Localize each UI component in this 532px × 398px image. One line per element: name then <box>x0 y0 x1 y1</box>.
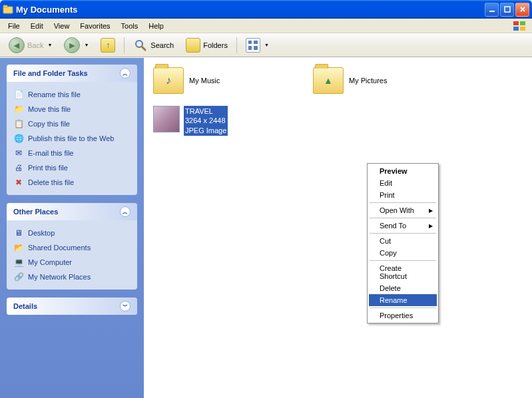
separator <box>370 307 436 308</box>
computer-icon: 💻 <box>13 257 24 268</box>
panel-title: Details <box>13 302 37 310</box>
views-icon <box>246 38 260 53</box>
separator <box>370 218 436 218</box>
pictures-folder-icon: ▲ <box>313 67 344 94</box>
file-travel[interactable]: TRAVEL 3264 x 2448 JPEG Image <box>153 106 523 136</box>
file-label-selected: TRAVEL 3264 x 2448 JPEG Image <box>184 106 228 136</box>
task-email[interactable]: ✉E-mail this file <box>13 146 131 160</box>
panel-file-tasks: File and Folder Tasks ︽ 📄Rename this fil… <box>7 65 137 195</box>
menu-edit[interactable]: Edit <box>25 21 49 31</box>
music-folder-icon: ♪ <box>153 67 184 94</box>
separator <box>124 37 125 53</box>
back-button[interactable]: ◄ Back ▼ <box>4 34 57 57</box>
menu-view[interactable]: View <box>49 21 75 31</box>
svg-rect-1 <box>3 5 7 7</box>
window-title: My Documents <box>16 5 485 15</box>
up-folder-icon: ↑ <box>101 38 115 53</box>
task-publish[interactable]: 🌐Publish this file to the Web <box>13 131 131 146</box>
desktop-icon: 🖥 <box>13 228 24 238</box>
task-copy[interactable]: 📋Copy this file <box>13 116 131 131</box>
image-thumbnail-icon <box>153 106 180 132</box>
context-menu-item[interactable]: Cut <box>369 235 437 247</box>
rename-icon: 📄 <box>13 89 24 100</box>
context-menu-item[interactable]: Send To▶ <box>369 220 437 232</box>
email-icon: ✉ <box>13 148 24 158</box>
collapse-icon[interactable]: ︽ <box>120 68 131 79</box>
menu-help[interactable]: Help <box>143 21 169 31</box>
publish-icon: 🌐 <box>13 133 24 144</box>
close-button[interactable] <box>515 3 529 17</box>
context-menu-item[interactable]: Print <box>369 189 437 201</box>
svg-rect-4 <box>513 21 519 25</box>
sidebar: File and Folder Tasks ︽ 📄Rename this fil… <box>0 58 144 398</box>
svg-rect-7 <box>520 27 525 31</box>
svg-line-9 <box>142 47 145 50</box>
forward-button[interactable]: ► ▼ <box>59 34 93 57</box>
place-computer[interactable]: 💻My Computer <box>13 255 131 270</box>
panel-header[interactable]: Details ︾ <box>7 298 137 315</box>
task-move[interactable]: 📁Move this file <box>13 102 131 116</box>
folder-my-pictures[interactable]: ▲ My Pictures <box>313 67 446 94</box>
context-menu-item[interactable]: Properties <box>369 309 437 321</box>
windows-logo-icon <box>509 19 529 33</box>
up-button[interactable]: ↑ <box>96 35 120 56</box>
maximize-button[interactable] <box>500 3 514 17</box>
menu-favorites[interactable]: Favorites <box>75 21 115 31</box>
shared-icon: 📂 <box>13 242 24 253</box>
place-network[interactable]: 🔗My Network Places <box>13 270 131 284</box>
context-menu-item[interactable]: Create Shortcut <box>369 262 437 282</box>
menu-tools[interactable]: Tools <box>116 21 144 31</box>
place-desktop[interactable]: 🖥Desktop <box>13 226 131 240</box>
folders-button[interactable]: Folders <box>181 35 232 56</box>
svg-rect-6 <box>513 27 519 31</box>
context-menu-item[interactable]: Copy <box>369 247 437 259</box>
panel-title: Other Places <box>13 208 58 216</box>
folder-my-music[interactable]: ♪ My Music <box>153 67 286 94</box>
context-menu-item[interactable]: Preview <box>369 165 437 177</box>
panel-header[interactable]: File and Folder Tasks ︽ <box>7 65 137 82</box>
submenu-arrow-icon: ▶ <box>429 223 433 229</box>
folder-label: My Music <box>189 77 220 85</box>
search-label: Search <box>150 41 174 49</box>
task-rename[interactable]: 📄Rename this file <box>13 87 131 102</box>
main-area: File and Folder Tasks ︽ 📄Rename this fil… <box>0 57 532 398</box>
context-menu: PreviewEditPrintOpen With▶Send To▶CutCop… <box>367 163 439 323</box>
panel-title: File and Folder Tasks <box>13 69 88 77</box>
collapse-icon[interactable]: ︽ <box>120 206 131 217</box>
folder-label: My Pictures <box>349 77 387 85</box>
expand-icon[interactable]: ︾ <box>120 301 131 311</box>
toolbar: ◄ Back ▼ ► ▼ ↑ Search Folders ▼ <box>0 33 532 57</box>
separator <box>370 233 436 234</box>
minimize-button[interactable] <box>485 3 499 17</box>
views-button[interactable]: ▼ <box>241 35 274 56</box>
search-icon <box>133 38 148 53</box>
network-icon: 🔗 <box>13 272 24 282</box>
menubar: File Edit View Favorites Tools Help <box>0 19 532 33</box>
place-shared[interactable]: 📂Shared Documents <box>13 240 131 255</box>
task-print[interactable]: 🖨Print this file <box>13 160 131 175</box>
context-menu-item[interactable]: Rename <box>369 294 437 306</box>
panel-header[interactable]: Other Places ︽ <box>7 203 137 220</box>
chevron-down-icon: ▼ <box>47 43 52 47</box>
chevron-down-icon: ▼ <box>264 43 269 47</box>
task-delete[interactable]: ✖Delete this file <box>13 175 131 190</box>
back-label: Back <box>27 41 43 49</box>
context-menu-item[interactable]: Open With▶ <box>369 204 437 216</box>
folders-label: Folders <box>203 41 228 49</box>
context-menu-item[interactable]: Edit <box>369 177 437 189</box>
folder-icon <box>3 4 13 15</box>
svg-rect-3 <box>505 7 510 12</box>
menu-file[interactable]: File <box>3 21 25 31</box>
search-button[interactable]: Search <box>129 35 178 56</box>
folders-icon <box>186 38 200 53</box>
forward-icon: ► <box>64 37 80 53</box>
back-icon: ◄ <box>9 37 25 53</box>
panel-other-places: Other Places ︽ 🖥Desktop 📂Shared Document… <box>7 203 137 290</box>
copy-icon: 📋 <box>13 118 24 129</box>
context-menu-item[interactable]: Delete <box>369 282 437 294</box>
separator <box>236 37 237 53</box>
separator <box>370 202 436 203</box>
content-pane[interactable]: ♪ My Music ▲ My Pictures TRAVEL 3264 x 2… <box>144 58 532 398</box>
submenu-arrow-icon: ▶ <box>429 208 433 214</box>
svg-rect-5 <box>520 21 525 25</box>
